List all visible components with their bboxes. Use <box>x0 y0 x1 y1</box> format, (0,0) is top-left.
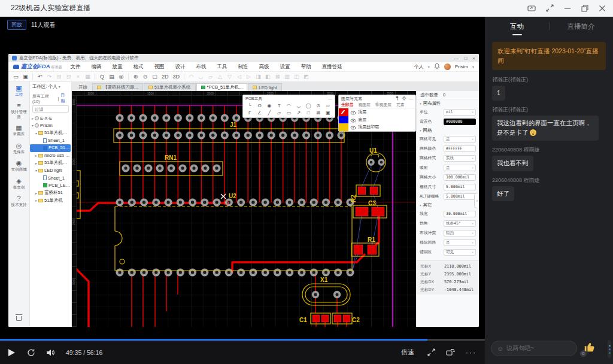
eda-close-icon[interactable]: × <box>472 56 475 61</box>
menu-item[interactable]: 布线 <box>196 63 207 71</box>
property-value[interactable]: #FFFFFF <box>444 145 476 152</box>
tree-item[interactable]: ▸ 蓝桥杯51 <box>30 189 71 197</box>
chat-input[interactable]: ☺ 说两句吧~ <box>491 341 577 356</box>
pcb-tool-icon[interactable]: O <box>254 102 264 108</box>
toolbar-icon[interactable]: ◫ <box>294 74 299 80</box>
pcb-tool-icon[interactable]: ◠ <box>284 102 293 108</box>
toolbar-icon[interactable]: △ <box>217 74 223 80</box>
menu-item[interactable]: 工具 <box>217 63 227 71</box>
sort-by-date[interactable]: 日期 <box>60 92 69 104</box>
emoji-icon[interactable]: ☺ <box>497 345 503 352</box>
toolbar-icon[interactable]: ◡ <box>198 74 204 80</box>
property-value[interactable]: 阻挡 <box>444 230 476 236</box>
tree-caret[interactable]: ▸ <box>34 191 38 195</box>
more-options-button[interactable]: ··· <box>466 348 477 357</box>
toolbar-icon[interactable]: ↷ <box>47 74 52 80</box>
toolbar-icon[interactable]: × <box>75 74 81 80</box>
pcb-tool-icon[interactable]: ⊙ <box>313 102 323 108</box>
menu-item[interactable]: 帮助 <box>301 63 311 71</box>
toolbar-icon[interactable]: ◠ <box>189 74 194 80</box>
pcb-canvas-area[interactable]: J1 RN1 U2 U1 R2 C3 R1 X1 C1 C2 <box>72 91 416 327</box>
toolbar-icon[interactable] <box>32 74 33 80</box>
rail-item[interactable]: ◎ 元件库 <box>8 142 29 154</box>
tab-live-intro[interactable]: 直播简介 <box>549 22 613 31</box>
tree-item[interactable]: ▸ 51单片机 <box>30 197 71 205</box>
pcb-tool-icon[interactable]: ▱ <box>274 110 284 116</box>
toolbar-icon[interactable] <box>128 74 129 80</box>
message-sender[interactable]: 祁瀚正(祁瀚正) <box>492 76 606 84</box>
property-value[interactable]: 是 <box>444 165 476 171</box>
property-group-header[interactable]: 其它 <box>417 201 479 209</box>
message-sender[interactable]: 祁瀚正(祁瀚正) <box>492 106 606 114</box>
menu-item[interactable]: 放置 <box>113 63 123 71</box>
playback-speed-button[interactable]: 倍速 <box>401 348 414 357</box>
pcb-tool-icon[interactable]: └ <box>245 102 254 108</box>
toolbar-icon[interactable]: ▷ <box>246 74 251 80</box>
pcb-tool-icon[interactable]: □ <box>304 110 313 116</box>
toolbar-icon[interactable]: ▥ <box>284 74 290 80</box>
minimize-panel-icon[interactable]: — <box>409 96 413 101</box>
workspace-header[interactable]: 工作区: 个人▾ <box>30 82 72 91</box>
tree-item[interactable]: ▾ 51单片机最小… <box>30 129 71 137</box>
rail-item[interactable]: ▣ 工程 <box>8 85 29 96</box>
tree-item[interactable]: ▸ E-X-E <box>30 114 71 122</box>
tree-item[interactable]: PCB_51单片… <box>30 144 71 152</box>
tree-caret[interactable]: ▸ <box>31 116 35 120</box>
toolbar-icon[interactable]: ▣ <box>23 74 28 80</box>
document-tab[interactable]: 【蓝桥杯练习题... <box>92 83 143 91</box>
rail-item[interactable]: ? 技术支持 <box>8 195 29 207</box>
username[interactable]: Prisim <box>455 64 468 69</box>
pcb-tool-icon[interactable]: ◉ <box>265 102 274 108</box>
message-sender[interactable]: 2206040808 程雨婕 <box>492 177 606 184</box>
toolbar-icon[interactable]: ⊠ <box>275 74 280 80</box>
pcb-tool-icon[interactable]: ⊠ <box>313 110 323 116</box>
menu-item[interactable]: 制造 <box>238 63 248 71</box>
pcb-tool-icon[interactable]: ↗ <box>294 110 304 116</box>
toolbar-icon[interactable]: ▦ <box>85 74 90 80</box>
restore-icon[interactable] <box>581 5 588 12</box>
tree-caret[interactable]: ▸ <box>34 198 38 202</box>
layer-color-swatch[interactable] <box>339 116 348 124</box>
tree-item[interactable]: Sheet_1 <box>30 137 71 145</box>
pcb-tool-icon[interactable]: ∠ <box>254 110 264 116</box>
property-value[interactable]: 5.000mil <box>444 193 476 200</box>
layers-tab[interactable]: 视图层 <box>356 102 372 108</box>
property-value[interactable]: 是 <box>444 239 476 246</box>
pcb-tool-icon[interactable]: ▣ <box>323 110 333 116</box>
document-tab[interactable]: 开始 <box>74 83 92 91</box>
close-icon[interactable] <box>599 5 606 12</box>
all-projects-label[interactable]: 所有工程(10) <box>32 93 56 104</box>
tree-caret[interactable]: ▸ <box>34 161 38 165</box>
toolbar-icon[interactable]: ⊖ <box>142 74 148 80</box>
panel-collapse-handle[interactable]: › <box>474 193 479 208</box>
tree-caret[interactable]: ▾ <box>31 123 35 128</box>
layer-row[interactable]: 顶层丝印层 <box>339 123 415 131</box>
toolbar-icon[interactable]: ▢ <box>152 74 157 80</box>
fullscreen-icon[interactable] <box>546 4 554 12</box>
workspace-select[interactable]: 个人 <box>414 63 424 70</box>
eda-maximize-icon[interactable]: □ <box>464 56 467 61</box>
tree-caret[interactable]: ▾ <box>34 131 38 135</box>
property-value[interactable]: 是 <box>444 136 476 142</box>
tree-item[interactable]: ▾ Prisim <box>30 122 71 130</box>
property-value[interactable]: #000000 <box>444 119 476 125</box>
rail-item[interactable]: ▦ 常用库 <box>8 125 29 136</box>
chat-scrollbar[interactable] <box>608 340 611 358</box>
pcb-tool-icon[interactable]: ▭ <box>284 110 293 116</box>
toolbar-icon[interactable]: ◎ <box>119 74 124 80</box>
trash-icon[interactable] <box>16 316 22 321</box>
menu-item[interactable]: 直播答疑 <box>322 63 342 71</box>
toolbar-icon[interactable]: ◩ <box>304 74 309 80</box>
toolbar-icon[interactable]: ◧ <box>265 74 271 80</box>
pcb-tool-icon[interactable]: ╱ <box>265 110 274 116</box>
property-value[interactable]: 5.000mil <box>444 184 476 190</box>
toolbar-icon[interactable] <box>184 74 184 80</box>
eye-icon[interactable] <box>350 122 356 132</box>
document-tab[interactable]: *PCB_51单片机... <box>196 83 248 91</box>
toolbar-icon[interactable]: ↶ <box>37 74 43 80</box>
bell-icon[interactable] <box>434 63 440 71</box>
menu-item[interactable]: 高级 <box>259 63 269 71</box>
menu-item[interactable]: 格式 <box>133 63 144 71</box>
property-value[interactable]: 实线 <box>444 155 476 162</box>
property-value[interactable]: 100.000mil <box>444 174 476 181</box>
